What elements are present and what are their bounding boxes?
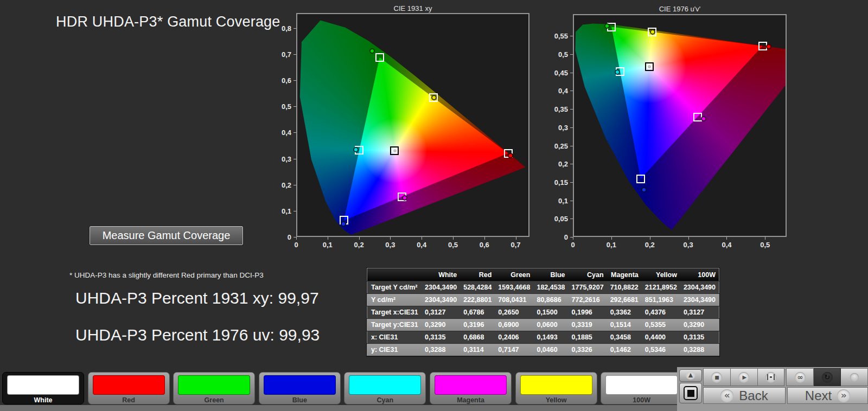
table-cell: 0,3196 bbox=[460, 319, 495, 331]
table-row: Target y:CIE310,32900,31960,69000,06000,… bbox=[367, 319, 719, 331]
x-axis-tick bbox=[611, 237, 612, 240]
y-axis-tick-label: 0 bbox=[564, 233, 568, 241]
continuous-measure-button[interactable]: ∞ bbox=[786, 368, 814, 386]
y-axis-tick-label: 0,1 bbox=[558, 196, 568, 204]
record-button[interactable] bbox=[841, 368, 868, 386]
stop-button[interactable]: ■ bbox=[703, 368, 731, 386]
transport-controls: ■ ▶ ∞ ↻ bbox=[703, 368, 868, 386]
pattern-swatch-100w[interactable]: 100W bbox=[601, 372, 682, 404]
swatch-label: Green bbox=[174, 396, 254, 404]
y-axis-tick bbox=[570, 219, 573, 219]
table-cell: 2304,3490 bbox=[422, 281, 460, 294]
green-target-marker bbox=[375, 53, 384, 62]
table-cell: 1593,4668 bbox=[495, 281, 533, 294]
loop-measure-button[interactable]: ↻ bbox=[814, 368, 841, 386]
table-cell: 0,3290 bbox=[422, 319, 460, 331]
table-cell: 182,4538 bbox=[533, 281, 568, 294]
y-axis-tick-label: 0 bbox=[288, 233, 291, 241]
x-axis-tick-label: 0,4 bbox=[722, 241, 731, 249]
table-cell: 0,3362 bbox=[607, 306, 642, 319]
swatch-label: Red bbox=[88, 396, 169, 404]
y-axis-tick bbox=[293, 211, 296, 211]
pattern-swatch-red[interactable]: Red bbox=[88, 372, 170, 404]
row-label: Target x:CIE31 bbox=[367, 306, 422, 319]
table-cell: 0,3458 bbox=[607, 331, 642, 344]
pattern-swatch-magenta[interactable]: Magenta bbox=[430, 372, 512, 404]
collapse-panel-button[interactable]: ▲ bbox=[679, 369, 702, 382]
play-button[interactable]: ▶ bbox=[731, 368, 758, 386]
column-header-red: Red bbox=[460, 268, 495, 281]
y-axis-tick bbox=[293, 185, 296, 185]
table-row: Target x:CIE310,31270,67860,26500,15000,… bbox=[367, 306, 719, 319]
table-cell: 0,3135 bbox=[680, 331, 719, 344]
swatch-label: Yellow bbox=[516, 396, 597, 404]
column-header-magenta: Magenta bbox=[607, 268, 642, 281]
magenta-measured-marker bbox=[701, 116, 706, 121]
single-measure-button[interactable] bbox=[758, 368, 785, 386]
y-axis-tick bbox=[570, 73, 573, 73]
table-cell: 0,0600 bbox=[533, 319, 568, 331]
x-axis-tick-label: 0,2 bbox=[645, 241, 655, 249]
y-axis-tick-label: 0,8 bbox=[282, 24, 291, 32]
chevron-up-icon: ▲ bbox=[686, 371, 695, 380]
next-button[interactable]: Next » bbox=[787, 387, 868, 404]
y-axis-tick-label: 0,15 bbox=[554, 178, 568, 186]
row-label: x: CIE31 bbox=[367, 331, 422, 344]
y-axis-tick-label: 0,3 bbox=[282, 155, 291, 163]
table-cell: 2304,3490 bbox=[680, 281, 719, 294]
y-axis-tick-label: 0,4 bbox=[558, 87, 568, 95]
y-axis-tick bbox=[570, 91, 573, 91]
pattern-swatch-yellow[interactable]: Yellow bbox=[515, 372, 597, 404]
y-axis-tick-label: 0,6 bbox=[282, 76, 291, 85]
y-axis-tick bbox=[293, 132, 296, 133]
white-measured-marker bbox=[647, 64, 652, 69]
table-row: Target Y cd/m²2304,3490528,42841593,4668… bbox=[367, 281, 719, 294]
column-header-blue: Blue bbox=[533, 268, 568, 281]
x-axis-tick bbox=[726, 237, 727, 240]
x-axis-tick bbox=[688, 237, 689, 240]
table-cell: 0,3127 bbox=[422, 306, 460, 319]
x-axis-tick bbox=[765, 237, 765, 240]
red-measured-marker bbox=[766, 44, 771, 49]
table-cell: 2121,8952 bbox=[642, 281, 680, 294]
pattern-window-button[interactable] bbox=[679, 383, 702, 403]
pattern-swatch-cyan[interactable]: Cyan bbox=[344, 372, 426, 404]
magenta-target-marker bbox=[693, 113, 702, 121]
back-chevron-icon: « bbox=[720, 389, 733, 402]
table-cell: 0,3288 bbox=[680, 344, 719, 356]
x-axis-tick-label: 0,1 bbox=[607, 241, 616, 249]
pattern-swatch-white[interactable]: White bbox=[2, 372, 84, 404]
swatch-label: White bbox=[3, 396, 84, 404]
y-axis-tick-label: 0,4 bbox=[282, 129, 291, 137]
x-axis-tick-label: 0,5 bbox=[760, 241, 770, 249]
y-axis-tick bbox=[570, 164, 573, 164]
x-axis-tick-label: 0,3 bbox=[684, 241, 693, 249]
column-header-cyan: Cyan bbox=[569, 268, 607, 281]
table-cell: 222,8801 bbox=[460, 294, 495, 306]
yellow-measured-marker bbox=[431, 95, 437, 100]
y-axis-tick-label: 0,55 bbox=[554, 32, 568, 40]
stop-icon: ■ bbox=[711, 372, 722, 383]
measurement-table: WhiteRedGreenBlueCyanMagentaYellow100W T… bbox=[367, 268, 719, 356]
record-icon bbox=[850, 373, 859, 382]
measure-gamut-coverage-button[interactable]: Measure Gamut Coverage bbox=[90, 226, 243, 245]
table-cell: 0,2406 bbox=[495, 331, 533, 344]
y-axis-tick-label: 0,3 bbox=[558, 123, 568, 131]
back-button[interactable]: « Back bbox=[703, 387, 786, 404]
y-axis-tick-label: 0,2 bbox=[282, 181, 291, 189]
y-axis-tick bbox=[293, 80, 296, 81]
y-axis-tick bbox=[570, 201, 573, 201]
table-cell: 0,7147 bbox=[495, 344, 533, 356]
y-axis-tick bbox=[570, 127, 573, 128]
y-axis-tick-label: 0,7 bbox=[282, 50, 291, 59]
yellow-measured-marker bbox=[650, 29, 655, 35]
loop-icon: ↻ bbox=[822, 372, 833, 383]
x-axis-tick-label: 0,4 bbox=[417, 241, 426, 249]
pattern-swatch-blue[interactable]: Blue bbox=[259, 372, 341, 404]
table-cell: 851,1963 bbox=[642, 294, 680, 306]
pattern-swatch-green[interactable]: Green bbox=[173, 372, 255, 404]
table-cell: 0,5346 bbox=[642, 344, 680, 356]
row-label: Target y:CIE31 bbox=[367, 319, 422, 331]
table-cell: 2304,3490 bbox=[680, 294, 719, 306]
table-cell: 2304,3490 bbox=[422, 294, 460, 306]
